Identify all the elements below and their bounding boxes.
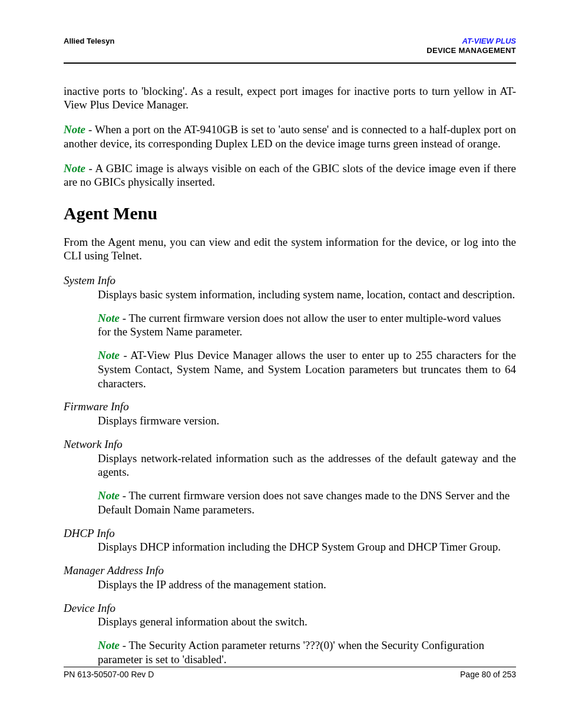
note-label: Note xyxy=(98,312,120,324)
note-label: Note xyxy=(64,162,85,174)
note-paragraph: Note - AT-View Plus Device Manager allow… xyxy=(98,348,516,390)
term-dhcp-info: DHCP Info xyxy=(64,526,516,541)
term-system-info: System Info xyxy=(64,274,516,288)
note-paragraph: Note - The Security Action parameter ret… xyxy=(98,638,516,667)
intro-paragraph: inactive ports to 'blocking'. As a resul… xyxy=(64,84,516,113)
definition-text: Displays DHCP information including the … xyxy=(98,540,516,554)
definition-text: Displays general information about the s… xyxy=(98,615,516,629)
definition-block: Displays DHCP information including the … xyxy=(98,540,516,554)
note-text: - When a port on the AT-9410GB is set to… xyxy=(64,123,516,150)
definition-text: Displays network-related information suc… xyxy=(98,452,516,480)
section-heading: Agent Menu xyxy=(64,202,516,225)
term-device-info: Device Info xyxy=(64,601,516,615)
running-header: Allied Telesyn AT-VIEW PLUS DEVICE MANAG… xyxy=(64,37,516,64)
product-name: AT-VIEW PLUS xyxy=(427,37,516,46)
definition-block: Displays general information about the s… xyxy=(98,615,516,666)
note-text: - The current firmware version does not … xyxy=(98,489,510,516)
note-label: Note xyxy=(98,489,120,502)
definition-block: Displays basic system information, inclu… xyxy=(98,288,516,391)
note-text: - The Security Action parameter returns … xyxy=(98,639,484,666)
note-label: Note xyxy=(64,123,85,136)
definition-block: Displays the IP address of the managemen… xyxy=(98,578,516,592)
definition-block: Displays firmware version. xyxy=(98,414,516,428)
note-paragraph: Note - The current firmware version does… xyxy=(98,311,516,340)
footer-left: PN 613-50507-00 Rev D xyxy=(64,670,154,680)
note-text: - A GBIC image is always visible on each… xyxy=(64,162,516,189)
section-intro: From the Agent menu, you can view and ed… xyxy=(64,235,516,263)
doc-title: DEVICE MANAGEMENT xyxy=(427,46,516,55)
footer-right: Page 80 of 253 xyxy=(460,670,516,680)
note-paragraph: Note - When a port on the AT-9410GB is s… xyxy=(64,123,516,151)
header-left: Allied Telesyn xyxy=(64,37,114,46)
note-paragraph: Note - The current firmware version does… xyxy=(98,489,516,517)
term-network-info: Network Info xyxy=(64,437,516,452)
definition-text: Displays basic system information, inclu… xyxy=(98,288,516,302)
note-label: Note xyxy=(98,639,120,651)
term-manager-address-info: Manager Address Info xyxy=(64,564,516,578)
term-firmware-info: Firmware Info xyxy=(64,400,516,414)
definition-text: Displays firmware version. xyxy=(98,414,516,428)
note-text: - AT-View Plus Device Manager allows the… xyxy=(98,349,516,390)
page: Allied Telesyn AT-VIEW PLUS DEVICE MANAG… xyxy=(0,0,562,728)
definition-text: Displays the IP address of the managemen… xyxy=(98,578,516,592)
definition-block: Displays network-related information suc… xyxy=(98,452,516,517)
note-label: Note xyxy=(98,349,120,361)
page-footer: PN 613-50507-00 Rev D Page 80 of 253 xyxy=(64,667,516,680)
note-text: - The current firmware version does not … xyxy=(98,312,501,338)
header-right: AT-VIEW PLUS DEVICE MANAGEMENT xyxy=(427,37,516,56)
note-paragraph: Note - A GBIC image is always visible on… xyxy=(64,162,516,190)
